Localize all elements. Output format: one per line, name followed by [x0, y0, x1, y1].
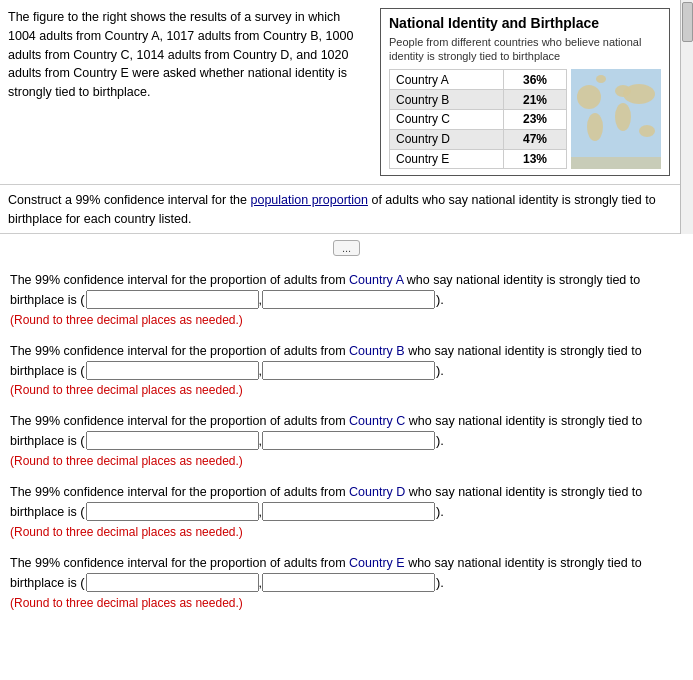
- ci-input-upper-2[interactable]: [262, 431, 435, 450]
- map-area: [571, 69, 661, 169]
- ci-end-text: birthplace is: [10, 293, 80, 307]
- ci-block-0: The 99% confidence interval for the prop…: [10, 270, 683, 327]
- table-row: Country D47%: [390, 129, 567, 149]
- ci-end-text: birthplace is: [10, 576, 80, 590]
- svg-point-5: [587, 113, 603, 141]
- ci-middle: who say national identity is strongly ti…: [405, 556, 642, 570]
- svg-point-2: [623, 84, 655, 104]
- ci-prefix: The 99% confidence interval for the prop…: [10, 344, 349, 358]
- ci-end-text: birthplace is: [10, 505, 80, 519]
- percent-cell: 23%: [504, 109, 567, 129]
- ci-input-upper-1[interactable]: [262, 361, 435, 380]
- table-row: Country A36%: [390, 70, 567, 90]
- round-note-1: (Round to three decimal places as needed…: [10, 383, 683, 397]
- table-row: Country E13%: [390, 149, 567, 169]
- ci-prefix: The 99% confidence interval for the prop…: [10, 485, 349, 499]
- paren-open: (: [80, 292, 84, 307]
- paren-open: (: [80, 363, 84, 378]
- ci-text-4: The 99% confidence interval for the prop…: [10, 553, 683, 594]
- ci-text-3: The 99% confidence interval for the prop…: [10, 482, 683, 523]
- paren-open: (: [80, 504, 84, 519]
- ci-block-2: The 99% confidence interval for the prop…: [10, 411, 683, 468]
- intro-text: The figure to the right shows the result…: [8, 8, 368, 176]
- scroll-indicator: ...: [0, 234, 693, 262]
- ci-text-2: The 99% confidence interval for the prop…: [10, 411, 683, 452]
- ci-text-1: The 99% confidence interval for the prop…: [10, 341, 683, 382]
- ci-input-upper-0[interactable]: [262, 290, 435, 309]
- chart-table: Country A36%Country B21%Country C23%Coun…: [389, 69, 567, 169]
- ci-text-0: The 99% confidence interval for the prop…: [10, 270, 683, 311]
- chart-title: National Identity and Birthplace: [389, 15, 661, 32]
- scrollbar-thumb[interactable]: [682, 2, 693, 42]
- answers-section: The 99% confidence interval for the prop…: [0, 262, 693, 632]
- paren-close: ).: [436, 433, 444, 448]
- country-cell: Country E: [390, 149, 504, 169]
- chart-box: National Identity and Birthplace People …: [380, 8, 670, 176]
- country-cell: Country A: [390, 70, 504, 90]
- ci-block-3: The 99% confidence interval for the prop…: [10, 482, 683, 539]
- table-row: Country B21%: [390, 90, 567, 110]
- chart-content: Country A36%Country B21%Country C23%Coun…: [389, 69, 661, 169]
- round-note-0: (Round to three decimal places as needed…: [10, 313, 683, 327]
- round-note-4: (Round to three decimal places as needed…: [10, 596, 683, 610]
- ci-input-lower-0[interactable]: [86, 290, 259, 309]
- intro-paragraph: The figure to the right shows the result…: [8, 10, 353, 99]
- svg-point-7: [596, 75, 606, 83]
- ci-prefix: The 99% confidence interval for the prop…: [10, 414, 349, 428]
- ci-middle: who say national identity is strongly ti…: [405, 344, 642, 358]
- scrollbar[interactable]: [680, 0, 693, 234]
- ci-end-text: birthplace is: [10, 364, 80, 378]
- ci-input-upper-4[interactable]: [262, 573, 435, 592]
- ci-middle: who say national identity is strongly ti…: [405, 485, 642, 499]
- paren-open: (: [80, 575, 84, 590]
- ci-input-upper-3[interactable]: [262, 502, 435, 521]
- svg-point-3: [615, 103, 631, 131]
- question-prefix: Construct a 99% confidence interval for …: [8, 193, 251, 207]
- top-wrapper: The figure to the right shows the result…: [0, 0, 693, 234]
- paren-close: ).: [436, 504, 444, 519]
- svg-point-4: [577, 85, 601, 109]
- ci-middle: who say national identity is strongly ti…: [405, 414, 642, 428]
- percent-cell: 47%: [504, 129, 567, 149]
- svg-rect-8: [571, 157, 661, 169]
- round-note-3: (Round to three decimal places as needed…: [10, 525, 683, 539]
- ci-country: Country C: [349, 414, 405, 428]
- question-highlight: population proportion: [251, 193, 368, 207]
- percent-cell: 36%: [504, 70, 567, 90]
- paren-open: (: [80, 433, 84, 448]
- ci-middle: who say national identity is strongly ti…: [403, 273, 640, 287]
- chart-subtitle: People from different countries who beli…: [389, 35, 661, 64]
- scroll-button[interactable]: ...: [333, 240, 360, 256]
- ci-prefix: The 99% confidence interval for the prop…: [10, 273, 349, 287]
- ci-country: Country B: [349, 344, 405, 358]
- paren-close: ).: [436, 292, 444, 307]
- ci-prefix: The 99% confidence interval for the prop…: [10, 556, 349, 570]
- ci-country: Country A: [349, 273, 403, 287]
- country-cell: Country D: [390, 129, 504, 149]
- ci-country: Country D: [349, 485, 405, 499]
- world-map-svg: [571, 69, 661, 169]
- ci-input-lower-3[interactable]: [86, 502, 259, 521]
- round-note-2: (Round to three decimal places as needed…: [10, 454, 683, 468]
- ci-country: Country E: [349, 556, 405, 570]
- svg-point-6: [639, 125, 655, 137]
- country-cell: Country C: [390, 109, 504, 129]
- percent-cell: 21%: [504, 90, 567, 110]
- ci-block-1: The 99% confidence interval for the prop…: [10, 341, 683, 398]
- ci-input-lower-1[interactable]: [86, 361, 259, 380]
- paren-close: ).: [436, 363, 444, 378]
- ci-input-lower-2[interactable]: [86, 431, 259, 450]
- paren-close: ).: [436, 575, 444, 590]
- top-section: The figure to the right shows the result…: [0, 0, 680, 185]
- ci-input-lower-4[interactable]: [86, 573, 259, 592]
- table-row: Country C23%: [390, 109, 567, 129]
- percent-cell: 13%: [504, 149, 567, 169]
- ci-block-4: The 99% confidence interval for the prop…: [10, 553, 683, 610]
- question-text: Construct a 99% confidence interval for …: [0, 185, 680, 234]
- ci-end-text: birthplace is: [10, 434, 80, 448]
- country-cell: Country B: [390, 90, 504, 110]
